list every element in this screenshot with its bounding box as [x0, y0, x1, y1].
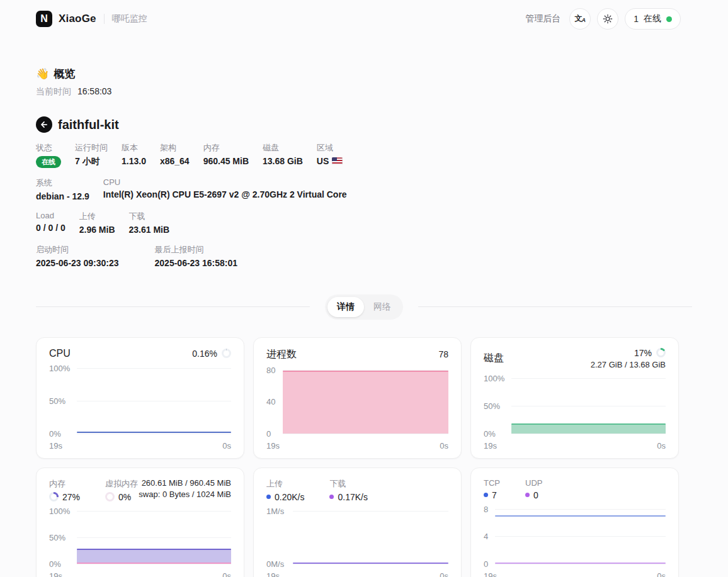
- stat-value: 2.96 MiB: [79, 225, 115, 235]
- tab-network[interactable]: 网络: [364, 297, 401, 317]
- process-chart: 80 40 0: [266, 370, 448, 434]
- stat-label: 架构: [160, 142, 190, 154]
- tcp-dot-icon: [484, 493, 488, 497]
- admin-panel-link[interactable]: 管理后台: [525, 13, 560, 25]
- disk-card-title: 磁盘: [484, 352, 504, 365]
- tab-detail[interactable]: 详情: [327, 297, 364, 317]
- memory-chart: 100% 50% 0%: [49, 511, 231, 564]
- upload-dot-icon: [266, 495, 271, 499]
- current-time-label: 当前时间: [36, 86, 71, 96]
- legend-label: TCP: [484, 478, 500, 488]
- y-tick: 8: [484, 504, 488, 513]
- download-speed: 0.17K/s: [338, 492, 367, 502]
- cpu-ring-icon: [222, 349, 231, 358]
- server-stats-row-2: 系统 debian - 12.9 CPU Intel(R) Xeon(R) CP…: [36, 177, 679, 201]
- x-axis-labels: 19s 0s: [49, 441, 231, 451]
- disk-usage-detail: 2.27 GiB / 13.68 GiB: [591, 360, 666, 369]
- stat-value: 1.13.0: [122, 156, 146, 166]
- server-name: faithful-kit: [58, 118, 119, 132]
- divider-right: [418, 306, 692, 307]
- udp-series-line: [495, 563, 666, 564]
- y-tick: 1M/s: [266, 506, 284, 515]
- stat-label: 内存: [203, 142, 249, 154]
- arrow-left-icon: [40, 120, 48, 129]
- tcp-legend: TCP 7: [484, 478, 500, 500]
- connections-chart: 8 4 0: [484, 509, 666, 564]
- x-tick: 19s: [266, 441, 280, 451]
- stat-value: US: [317, 156, 329, 166]
- page-title: 👋 概览: [36, 67, 679, 81]
- stat-last-report-time: 最后上报时间 2025-06-23 16:58:01: [155, 244, 238, 268]
- tcp-count: 7: [492, 490, 497, 500]
- topbar-actions: 管理后台 文A 1 在线: [525, 8, 681, 30]
- disk-value: 17%: [634, 348, 652, 358]
- y-tick: 80: [266, 365, 275, 374]
- stat-label: 磁盘: [263, 142, 303, 154]
- x-tick: 19s: [266, 571, 280, 577]
- x-tick: 0s: [440, 441, 448, 451]
- site-logo: N: [36, 11, 52, 27]
- y-tick: 0: [266, 429, 271, 438]
- y-tick: 100%: [484, 373, 504, 383]
- swap-series-line: [77, 563, 231, 564]
- charts-grid: CPU 0.16% 100% 50% 0% 19s 0s: [36, 337, 679, 577]
- page-title-text: 概览: [54, 67, 75, 81]
- upload-speed: 0.20K/s: [275, 492, 304, 502]
- tabs-row: 详情 网络: [36, 294, 692, 320]
- x-tick: 19s: [49, 441, 62, 451]
- online-status-dot: [666, 16, 672, 22]
- stat-label: 系统: [36, 177, 89, 189]
- theme-toggle-button[interactable]: [597, 8, 618, 30]
- server-header: faithful-kit: [36, 116, 679, 133]
- overview-section: 👋 概览 当前时间 16:58:03: [36, 67, 679, 98]
- x-tick: 0s: [657, 571, 666, 577]
- network-speed-card: 上传 0.20K/s 下载 0.17K/s: [253, 468, 462, 577]
- back-button[interactable]: [36, 116, 52, 133]
- language-button[interactable]: 文A: [569, 8, 591, 30]
- stat-label: 上传: [79, 211, 115, 222]
- legend-label: 上传: [266, 478, 304, 490]
- stat-label: 启动时间: [36, 244, 119, 255]
- x-axis-labels: 19s 0s: [49, 571, 231, 577]
- legend-label: UDP: [525, 478, 542, 488]
- tcp-series-line: [495, 515, 666, 517]
- stat-label: CPU: [103, 177, 347, 187]
- stat-arch: 架构 x86_64: [160, 142, 190, 168]
- stat-value: 2025-06-23 16:58:01: [155, 258, 238, 268]
- server-stats-row-3: Load 0 / 0 / 0 上传 2.96 MiB 下载 23.61 MiB: [36, 211, 679, 235]
- stat-value: 13.68 GiB: [263, 156, 303, 166]
- memory-legend: 内存 27%: [49, 478, 80, 502]
- stat-boot-time: 启动时间 2025-06-23 09:30:23: [36, 244, 119, 268]
- memory-ring-icon: [49, 492, 59, 501]
- swap-legend: 虚拟内存 0%: [105, 478, 138, 502]
- y-tick: 0: [484, 559, 488, 568]
- process-card-title: 进程数: [266, 348, 297, 361]
- disk-card: 磁盘 17% 2.27 GiB / 13.68 GiB 100% 50% 0%: [470, 337, 679, 459]
- stat-label: 运行时间: [75, 142, 108, 154]
- y-tick: 0%: [49, 559, 61, 568]
- stat-status: 状态 在线: [36, 142, 61, 168]
- translate-icon: 文A: [574, 14, 586, 23]
- x-axis-labels: 19s 0s: [266, 441, 448, 451]
- online-count-pill[interactable]: 1 在线: [625, 8, 681, 30]
- legend-label: 内存: [49, 478, 80, 490]
- memory-usage-detail: 260.61 MiB / 960.45 MiB: [142, 478, 231, 488]
- site-subtitle: 哪吒监控: [112, 13, 147, 25]
- y-tick: 40: [266, 397, 275, 406]
- stat-upload-total: 上传 2.96 MiB: [79, 211, 115, 235]
- y-tick: 50%: [49, 532, 65, 542]
- y-tick: 100%: [49, 506, 70, 515]
- stat-value: 0 / 0 / 0: [36, 223, 65, 233]
- memory-card: 内存 27% 虚拟内存 0% 26: [36, 468, 244, 577]
- server-stats-row-1: 状态 在线 运行时间 7 小时 版本 1.13.0 架构 x86_64 内存 9…: [36, 142, 679, 168]
- stat-value: 960.45 MiB: [203, 156, 249, 166]
- memory-series-area: [77, 549, 231, 564]
- sun-icon: [603, 14, 613, 24]
- brand[interactable]: N XiaoGe 哪吒监控: [36, 11, 147, 27]
- stat-version: 版本 1.13.0: [122, 142, 146, 168]
- x-tick: 19s: [484, 571, 497, 577]
- disk-ring-icon: [656, 348, 666, 357]
- memory-percent: 27%: [62, 492, 80, 502]
- stat-load: Load 0 / 0 / 0: [36, 211, 65, 235]
- online-count: 1: [634, 14, 639, 24]
